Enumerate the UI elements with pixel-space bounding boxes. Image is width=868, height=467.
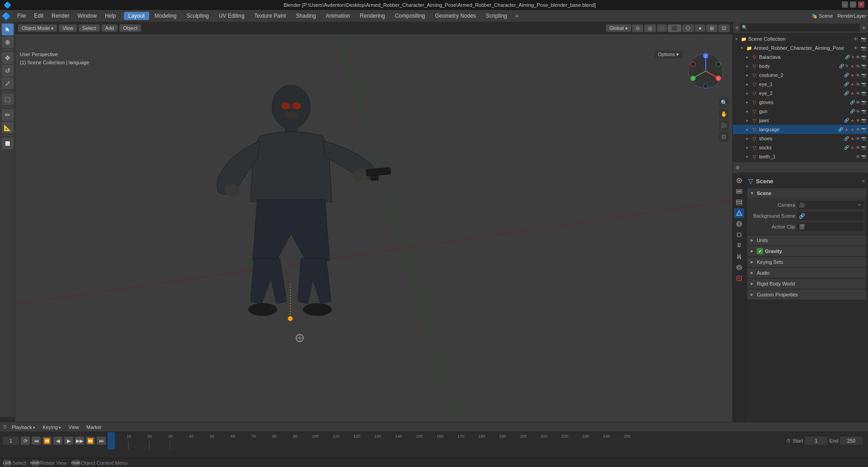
visibility-icon[interactable]: 👁	[856, 100, 860, 105]
tool-add[interactable]: 🔲	[2, 138, 14, 149]
props-icon-constraints[interactable]	[734, 273, 744, 283]
visibility-icon[interactable]: 👁	[856, 82, 860, 87]
viewport-3d[interactable]: Object Mode View Select Add Object Globa…	[15, 22, 732, 431]
timeline-ruler[interactable]: 1 10 20 30 40 50 60 70 80 90 100 110 120…	[108, 432, 782, 449]
viewport-object-btn[interactable]: Object	[119, 24, 141, 32]
viewport-add-btn[interactable]: Add	[102, 24, 118, 32]
render-layer-name[interactable]: RenderLayer	[837, 13, 866, 19]
marker-menu[interactable]: Marker	[84, 424, 104, 430]
tool-transform[interactable]: ⬚	[2, 93, 14, 105]
tool-scale[interactable]: ⤢	[2, 77, 14, 89]
gravity-section-header[interactable]: ► ✓ Gravity	[747, 246, 866, 256]
shading-wire[interactable]: □	[657, 24, 667, 32]
visibility-icon[interactable]: 👁	[854, 37, 858, 42]
outliner-item-gun[interactable]: ► ▽ gun 🔗 👁 📷	[733, 107, 868, 116]
custom-properties-header[interactable]: ► Custom Properties	[747, 290, 866, 300]
render-icon[interactable]: 📷	[861, 64, 866, 69]
outliner-item-body[interactable]: ► ▽ body 🔗 🖱 🔺 👁 📷	[733, 62, 868, 71]
loop-toggle[interactable]: ⟳	[21, 437, 30, 445]
zoom-in-button[interactable]: 🔍	[719, 98, 729, 108]
scene-section-header[interactable]: ▼ Scene	[747, 188, 866, 198]
menu-window[interactable]: Window	[74, 12, 100, 20]
scene-options-icon[interactable]: ✕	[862, 179, 865, 184]
outliner-item-scene-collection[interactable]: ▼ 📁 Scene Collection 👁 📷	[733, 34, 868, 43]
shading-render[interactable]: ●	[695, 24, 705, 32]
tab-scripting[interactable]: Scripting	[481, 12, 512, 20]
props-icon-scene[interactable]	[734, 208, 744, 218]
viewport-select-btn[interactable]: Select	[79, 24, 100, 32]
menu-render[interactable]: Render	[48, 12, 73, 20]
camera-field[interactable]: 🎥 ✏	[797, 201, 863, 209]
add-tab-button[interactable]: +	[513, 11, 522, 20]
outliner-item-shoes[interactable]: ► ▽ shoes 🔗 🔺 👁 📷	[733, 134, 868, 143]
transform-orientation[interactable]: Global	[606, 24, 631, 32]
tab-texture-paint[interactable]: Texture Paint	[250, 12, 291, 20]
render-icon[interactable]: 📷	[861, 73, 866, 78]
next-keyframe-button[interactable]: ⏩	[86, 437, 95, 445]
prev-keyframe-button[interactable]: ⏪	[42, 437, 52, 445]
outliner-item-gloves[interactable]: ► ▽ gloves 🔗 👁 📷	[733, 98, 868, 107]
units-section-header[interactable]: ► Units	[747, 235, 866, 245]
playback-menu[interactable]: Playback	[9, 424, 38, 430]
tool-cursor[interactable]: ⊕	[2, 36, 14, 48]
visibility-icon[interactable]: 👁	[856, 55, 860, 60]
outliner-item-socks[interactable]: ► ▽ socks 🔗 🔺 👁 📷	[733, 143, 868, 152]
tool-annotate[interactable]: ✏	[2, 109, 14, 121]
outliner-item-armed-robber[interactable]: ▼ 📁 Armed_Robber_Character_Aiming_Pose 👁…	[733, 43, 868, 52]
outliner-item-eye2[interactable]: ► ▽ eye_2 🔗 🔺 👁 📷	[733, 89, 868, 98]
options-button[interactable]: Options ▾	[654, 51, 683, 58]
render-icon[interactable]: 📷	[861, 127, 866, 132]
render-icon[interactable]: 📷	[861, 82, 866, 87]
view-menu-tl[interactable]: View	[66, 424, 82, 430]
viewport-view-btn[interactable]: View	[59, 24, 77, 32]
background-scene-field[interactable]: 🔗	[797, 212, 863, 220]
next-frame-button[interactable]: ▶▶	[75, 437, 84, 445]
outliner-filter-icon[interactable]: ≡	[863, 25, 865, 30]
visibility-icon[interactable]: 👁	[856, 118, 860, 123]
shading-material[interactable]: ⬡	[682, 24, 694, 32]
outliner-item-language[interactable]: ► ▽ language 🔗 🔺 🔺 👁 📷	[733, 125, 868, 134]
props-icon-object[interactable]	[734, 230, 744, 240]
shading-solid[interactable]: ⬛	[668, 24, 681, 32]
tab-layout[interactable]: Layout	[124, 12, 149, 20]
window-controls[interactable]: ─ □ ✕	[842, 1, 864, 8]
render-icon[interactable]: 📷	[861, 118, 866, 123]
viewport-navigation-gizmo[interactable]: Z X Y	[685, 51, 726, 91]
xray-btn[interactable]: ⊡	[718, 24, 730, 32]
props-icon-physics[interactable]	[734, 262, 744, 272]
tool-move[interactable]: ✥	[2, 52, 14, 64]
start-frame-field[interactable]: 1	[805, 437, 827, 445]
tab-modeling[interactable]: Modeling	[150, 12, 181, 20]
maximize-button[interactable]: □	[850, 1, 856, 8]
tab-sculpting[interactable]: Sculpting	[182, 12, 213, 20]
visibility-icon[interactable]: 👁	[854, 46, 858, 51]
tab-rendering[interactable]: Rendering	[355, 12, 389, 20]
keying-menu[interactable]: Keying	[40, 424, 64, 430]
tab-geometry-nodes[interactable]: Geometry Nodes	[430, 12, 481, 20]
tool-measure[interactable]: 📐	[2, 122, 14, 133]
gravity-checkbox[interactable]: ✓	[757, 248, 763, 254]
tab-shading[interactable]: Shading	[292, 12, 321, 20]
render-icon[interactable]: 📷	[861, 100, 866, 105]
props-icon-particles[interactable]	[734, 252, 744, 262]
render-icon[interactable]: 📷	[861, 91, 866, 96]
visibility-icon[interactable]: 👁	[856, 91, 860, 96]
local-view-button[interactable]: ⊡	[719, 132, 729, 142]
visibility-icon[interactable]: 👁	[856, 136, 860, 141]
viewport-canvas[interactable]: User Perspective (1) Scene Collection | …	[15, 34, 732, 431]
end-frame-field[interactable]: 250	[840, 437, 863, 445]
active-clip-field[interactable]: 🎬	[797, 223, 863, 231]
rigid-body-world-header[interactable]: ► Rigid Body World	[747, 279, 866, 289]
tab-uv-editing[interactable]: UV Editing	[214, 12, 249, 20]
outliner-search-field[interactable]: 🔍	[740, 24, 859, 32]
scene-name[interactable]: Scene	[819, 13, 833, 19]
jump-to-end-button[interactable]: ⏭	[97, 437, 106, 445]
prev-frame-button[interactable]: ◀	[53, 437, 62, 445]
menu-help[interactable]: Help	[101, 12, 120, 20]
menu-file[interactable]: File	[14, 12, 29, 20]
props-icon-view-layer[interactable]	[734, 197, 744, 207]
audio-section-header[interactable]: ► Audio	[747, 268, 866, 278]
tool-rotate[interactable]: ↺	[2, 65, 14, 76]
close-button[interactable]: ✕	[858, 1, 864, 8]
visibility-icon[interactable]: 👁	[856, 109, 860, 114]
